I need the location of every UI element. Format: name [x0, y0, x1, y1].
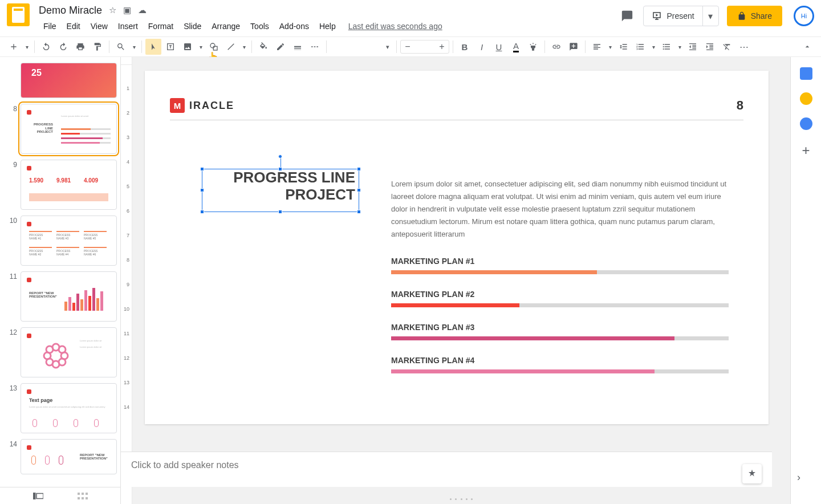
- thumb-8[interactable]: PROGRESS LINEPROJECTLorem ipsum dolor si…: [21, 104, 117, 154]
- menu-addons[interactable]: Add-ons: [275, 19, 314, 33]
- more-tools-button[interactable]: ⋯: [736, 39, 752, 55]
- menu-tools[interactable]: Tools: [246, 19, 274, 33]
- thumb-14[interactable]: REPORT "NEWPRESENTATION": [21, 439, 117, 474]
- plan-block-1[interactable]: MARKETING PLAN #1: [391, 257, 729, 274]
- select-tool[interactable]: [145, 39, 161, 55]
- bulleted-list-button[interactable]: [659, 39, 674, 55]
- highlight-button[interactable]: [525, 39, 541, 55]
- image-tool[interactable]: [180, 39, 196, 55]
- zoom-button[interactable]: [113, 39, 129, 55]
- thumb-row[interactable]: 11REPORT "NEWPRESENTATION": [9, 271, 117, 322]
- thumb-row[interactable]: 12Lorem ipsum dolor sitLorem ipsum dolor…: [9, 327, 117, 377]
- line-spacing-button[interactable]: [615, 39, 631, 55]
- numbered-list-dropdown[interactable]: ▾: [649, 44, 657, 50]
- plan-block-4[interactable]: MARKETING PLAN #4: [391, 356, 729, 373]
- line-tool[interactable]: [223, 39, 239, 55]
- last-edit-link[interactable]: Last edit was seconds ago: [348, 22, 442, 31]
- cloud-icon[interactable]: ☁: [138, 5, 147, 15]
- share-button[interactable]: Share: [727, 6, 782, 26]
- border-color-button[interactable]: [273, 39, 288, 55]
- align-button[interactable]: [589, 39, 605, 55]
- thumb-row[interactable]: 14REPORT "NEWPRESENTATION": [9, 439, 117, 474]
- menu-view[interactable]: View: [86, 19, 112, 33]
- menu-arrange[interactable]: Arrange: [207, 19, 245, 33]
- addons-plus-icon[interactable]: +: [802, 143, 810, 158]
- line-dropdown[interactable]: ▾: [240, 44, 248, 50]
- canvas-area[interactable]: M IRACLE 8 PROGRESS LINE PROJECT Lorem i…: [132, 57, 790, 504]
- thumb-row[interactable]: 25: [9, 63, 117, 98]
- grid-view-icon[interactable]: [78, 493, 88, 499]
- clear-formatting-button[interactable]: [719, 39, 735, 55]
- doc-title[interactable]: Demo Miracle: [39, 5, 102, 17]
- italic-button[interactable]: I: [474, 39, 490, 55]
- slides-logo[interactable]: [7, 3, 30, 26]
- thumb-prev[interactable]: 25: [21, 63, 117, 98]
- star-icon[interactable]: ☆: [109, 5, 116, 15]
- filmstrip[interactable]: 258PROGRESS LINEPROJECTLorem ipsum dolor…: [0, 57, 121, 504]
- thumb-row[interactable]: 8PROGRESS LINEPROJECTLorem ipsum dolor s…: [9, 104, 117, 154]
- undo-button[interactable]: [38, 39, 54, 55]
- redo-button[interactable]: [55, 39, 71, 55]
- calendar-icon[interactable]: [800, 67, 812, 80]
- slide[interactable]: M IRACLE 8 PROGRESS LINE PROJECT Lorem i…: [145, 71, 769, 424]
- speaker-notes[interactable]: Click to add speaker notes: [121, 452, 772, 487]
- indent-decrease-button[interactable]: [685, 39, 701, 55]
- splitter-handle[interactable]: [450, 498, 473, 502]
- new-slide-button[interactable]: [6, 39, 22, 55]
- thumb-12[interactable]: Lorem ipsum dolor sitLorem ipsum dolor s…: [21, 327, 117, 377]
- numbered-list-button[interactable]: [632, 39, 648, 55]
- align-dropdown[interactable]: ▾: [606, 44, 614, 50]
- keep-icon[interactable]: [800, 92, 812, 105]
- thumb-row[interactable]: 10PROCESS NAME #1PROCESS NAME #2PROCESS …: [9, 216, 117, 266]
- textbox-tool[interactable]: [162, 39, 178, 55]
- thumb-row[interactable]: 91.5909.9814.009: [9, 160, 117, 210]
- insert-comment-button[interactable]: [566, 39, 582, 55]
- thumb-row[interactable]: 13Text pageLorem ipsum dolor sit amet co…: [9, 383, 117, 433]
- font-size-stepper[interactable]: − +: [400, 40, 449, 54]
- move-icon[interactable]: ▣: [123, 5, 131, 15]
- tasks-icon[interactable]: [800, 117, 812, 130]
- body-text[interactable]: Lorem ipsum dolor sit amet, consectetuer…: [391, 178, 729, 241]
- menu-slide[interactable]: Slide: [179, 19, 206, 33]
- plan-block-2[interactable]: MARKETING PLAN #2: [391, 290, 729, 307]
- print-button[interactable]: [72, 39, 88, 55]
- text-color-button[interactable]: A: [508, 39, 524, 55]
- side-panel-toggle[interactable]: ›: [797, 472, 800, 483]
- plan-label: MARKETING PLAN #3: [391, 323, 729, 332]
- account-avatar[interactable]: Hi: [794, 6, 814, 26]
- fill-color-button[interactable]: [255, 39, 271, 55]
- menu-help[interactable]: Help: [315, 19, 340, 33]
- border-weight-button[interactable]: [290, 39, 306, 55]
- menu-file[interactable]: File: [39, 19, 61, 33]
- collapse-toolbar-button[interactable]: [799, 39, 815, 55]
- menu-format[interactable]: Format: [144, 19, 178, 33]
- bold-button[interactable]: B: [457, 39, 473, 55]
- explore-button[interactable]: [742, 464, 762, 483]
- underline-button[interactable]: U: [491, 39, 507, 55]
- indent-increase-button[interactable]: [702, 39, 718, 55]
- comments-button[interactable]: [619, 8, 635, 24]
- plan-block-3[interactable]: MARKETING PLAN #3: [391, 323, 729, 340]
- vertical-ruler[interactable]: 1234567891011121314: [121, 57, 132, 504]
- font-family-select[interactable]: ▾: [330, 39, 393, 54]
- border-dash-button[interactable]: [307, 39, 323, 55]
- shape-tool[interactable]: [206, 39, 222, 55]
- present-button[interactable]: Present: [644, 6, 702, 26]
- insert-link-button[interactable]: [548, 39, 564, 55]
- menu-edit[interactable]: Edit: [62, 19, 85, 33]
- thumb-10[interactable]: PROCESS NAME #1PROCESS NAME #2PROCESS NA…: [21, 216, 117, 266]
- paint-format-button[interactable]: [90, 39, 105, 55]
- new-slide-dropdown[interactable]: ▾: [23, 44, 31, 50]
- image-dropdown[interactable]: ▾: [197, 44, 205, 50]
- selected-textbox[interactable]: PROGRESS LINE PROJECT: [202, 169, 359, 212]
- bulleted-list-dropdown[interactable]: ▾: [676, 44, 684, 50]
- menu-insert[interactable]: Insert: [113, 19, 143, 33]
- thumb-9[interactable]: 1.5909.9814.009: [21, 160, 117, 210]
- thumb-11[interactable]: REPORT "NEWPRESENTATION": [21, 271, 117, 322]
- present-dropdown[interactable]: ▾: [702, 6, 718, 26]
- size-plus[interactable]: +: [435, 42, 449, 52]
- thumb-13[interactable]: Text pageLorem ipsum dolor sit amet cons…: [21, 383, 117, 433]
- size-minus[interactable]: −: [401, 42, 414, 52]
- zoom-dropdown[interactable]: ▾: [130, 44, 138, 50]
- filmstrip-view-icon[interactable]: [33, 493, 43, 499]
